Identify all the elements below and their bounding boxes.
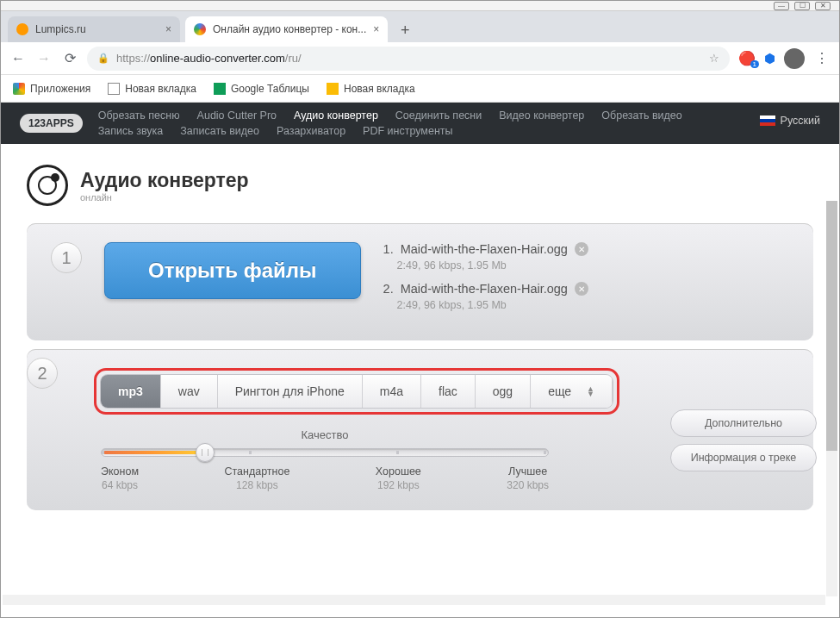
format-mp3[interactable]: mp3 — [101, 375, 161, 408]
extension-icon[interactable]: ⬢ — [764, 51, 775, 66]
file-row: 1. Maid-with-the-Flaxen-Hair.ogg ✕ 2:49,… — [383, 242, 789, 272]
apps-button[interactable]: Приложения — [13, 83, 90, 95]
file-name: Maid-with-the-Flaxen-Hair.ogg — [401, 282, 568, 296]
format-highlight: mp3 wav Рингтон для iPhone m4a flac ogg … — [94, 368, 619, 415]
lock-icon: 🔒 — [97, 53, 109, 64]
omnibox[interactable]: 🔒 https://online-audio-converter.com/ru/… — [87, 47, 730, 71]
slider-stop — [396, 451, 399, 454]
extension-icon[interactable]: 🔴1 — [738, 50, 756, 66]
quality-label: Качество — [101, 428, 549, 441]
slider-stop — [249, 451, 252, 454]
apps-icon — [13, 83, 25, 95]
scrollbar-vertical[interactable] — [826, 201, 837, 596]
language-selector[interactable]: Русский — [760, 115, 820, 127]
scrollbar-thumb[interactable] — [826, 201, 837, 451]
favicon-icon — [194, 23, 206, 35]
language-label: Русский — [781, 115, 820, 127]
open-files-button[interactable]: Открыть файлы — [104, 242, 361, 299]
format-m4a[interactable]: m4a — [363, 375, 421, 408]
bookmark-label: Новая вкладка — [125, 83, 196, 95]
scrollbar-horizontal[interactable] — [3, 595, 825, 605]
back-button[interactable]: ← — [9, 51, 27, 66]
file-name: Maid-with-the-Flaxen-Hair.ogg — [401, 242, 568, 256]
forward-button: → — [35, 51, 53, 66]
remove-file-icon[interactable]: ✕ — [575, 282, 588, 296]
file-row: 2. Maid-with-the-Flaxen-Hair.ogg ✕ 2:49,… — [383, 282, 789, 311]
profile-avatar[interactable] — [784, 48, 805, 69]
step-number: 2 — [27, 358, 58, 389]
window-minimize[interactable]: — — [774, 2, 789, 10]
nav-link[interactable]: Записать видео — [180, 125, 259, 137]
address-bar: ← → ⟳ 🔒 https://online-audio-converter.c… — [1, 42, 839, 75]
nav-link[interactable]: PDF инструменты — [363, 125, 452, 137]
quality-slider[interactable]: Эконом64 kbps Стандартное128 kbps Хороше… — [101, 448, 549, 491]
nav-link[interactable]: Audio Cutter Pro — [197, 109, 277, 122]
quality-stop[interactable]: Лучшее320 kbps — [507, 465, 549, 491]
reload-button[interactable]: ⟳ — [61, 50, 78, 66]
remove-file-icon[interactable]: ✕ — [575, 242, 588, 256]
file-index: 1. — [383, 242, 394, 256]
file-index: 2. — [383, 282, 394, 296]
step1-panel: 1 Открыть файлы 1. Maid-with-the-Flaxen-… — [27, 223, 813, 340]
close-icon[interactable]: × — [373, 23, 379, 35]
sheets-icon — [214, 83, 226, 95]
step-number: 1 — [51, 242, 82, 273]
url-scheme: https:// — [116, 52, 150, 65]
page-icon — [108, 83, 120, 95]
url-path: /ru/ — [285, 52, 302, 65]
favicon-icon — [16, 23, 28, 35]
page-header: Аудио конвертер онлайн — [1, 144, 839, 223]
page-title: Аудио конвертер — [80, 169, 249, 192]
nav-link[interactable]: Разархиватор — [277, 125, 345, 137]
window-maximize[interactable]: ☐ — [794, 2, 810, 10]
site-nav: 123APPS Обрезать песню Audio Cutter Pro … — [1, 103, 839, 144]
quality-stop[interactable]: Эконом64 kbps — [101, 465, 139, 491]
nav-link[interactable]: Обрезать песню — [98, 109, 180, 122]
url-host: online-audio-converter.com — [150, 52, 285, 65]
slider-stop — [102, 451, 104, 454]
bookmark-label: Приложения — [30, 83, 90, 95]
nav-link[interactable]: Видео конвертер — [499, 109, 584, 122]
tab-lumpics[interactable]: Lumpics.ru × — [8, 16, 180, 42]
track-info-button[interactable]: Информация о треке — [670, 444, 817, 471]
sort-icon: ▲▼ — [587, 386, 594, 396]
page-subtitle: онлайн — [80, 192, 249, 203]
new-tab-button[interactable]: + — [393, 18, 417, 42]
close-icon[interactable]: × — [165, 23, 171, 35]
tab-converter[interactable]: Онлайн аудио конвертер - кон... × — [185, 16, 388, 42]
slider-thumb[interactable] — [196, 443, 215, 462]
tabs-bar: Lumpics.ru × Онлайн аудио конвертер - ко… — [1, 11, 839, 42]
format-flac[interactable]: flac — [421, 375, 476, 408]
advanced-button[interactable]: Дополнительно — [670, 409, 817, 437]
format-ringtone[interactable]: Рингтон для iPhone — [218, 375, 363, 408]
bookmark-item[interactable]: Google Таблицы — [214, 83, 309, 95]
page-icon — [327, 83, 339, 95]
format-more-label: еще — [548, 384, 571, 398]
menu-icon[interactable]: ⋮ — [813, 50, 831, 66]
nav-link-active[interactable]: Аудио конвертер — [294, 109, 378, 122]
bookmark-label: Новая вкладка — [344, 83, 415, 95]
slider-fill — [103, 451, 202, 454]
file-info: 2:49, 96 kbps, 1.95 Mb — [383, 259, 789, 272]
nav-link[interactable]: Соединить песни — [395, 109, 482, 122]
step2-panel: 2 mp3 wav Рингтон для iPhone m4a flac og… — [27, 349, 813, 510]
disc-icon — [27, 165, 68, 206]
nav-link[interactable]: Обрезать видео — [601, 109, 681, 122]
window-close[interactable]: ✕ — [815, 2, 831, 10]
tab-title: Онлайн аудио конвертер - кон... — [213, 23, 366, 35]
bookmark-label: Google Таблицы — [231, 83, 309, 95]
nav-link[interactable]: Запись звука — [98, 125, 164, 137]
bookmark-item[interactable]: Новая вкладка — [108, 83, 196, 95]
bookmark-star-icon[interactable]: ☆ — [709, 52, 719, 65]
format-ogg[interactable]: ogg — [476, 375, 531, 408]
format-wav[interactable]: wav — [161, 375, 218, 408]
format-more[interactable]: еще▲▼ — [531, 375, 613, 408]
slider-stop — [544, 451, 546, 454]
bookmarks-bar: Приложения Новая вкладка Google Таблицы … — [1, 75, 839, 103]
bookmark-item[interactable]: Новая вкладка — [327, 83, 415, 95]
tab-title: Lumpics.ru — [35, 23, 86, 35]
quality-stop[interactable]: Хорошее192 kbps — [376, 465, 421, 491]
logo[interactable]: 123APPS — [20, 114, 83, 133]
format-selector: mp3 wav Рингтон для iPhone m4a flac ogg … — [100, 374, 613, 409]
quality-stop[interactable]: Стандартное128 kbps — [224, 465, 289, 491]
